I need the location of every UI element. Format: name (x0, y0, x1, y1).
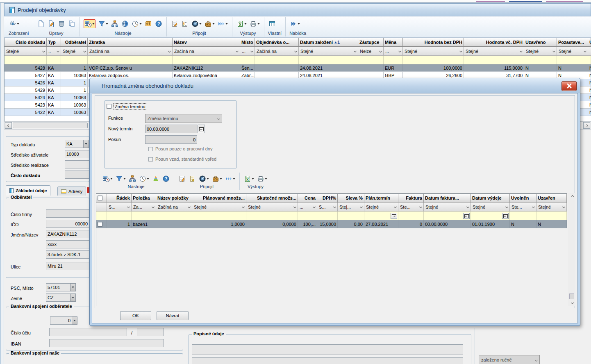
novy-termin-field[interactable]: 00.00.0000 (145, 125, 197, 133)
table-row[interactable]: 5428KA1VOP CZ,s.p. Šenov uZAKAZNIK112Šen… (5, 64, 591, 72)
filter-dropdown[interactable]: Stejné (5, 47, 47, 55)
quickfilter-input[interactable] (524, 56, 557, 64)
quickfilter-input[interactable] (298, 212, 317, 220)
note-edit-button[interactable] (178, 175, 186, 183)
quickfilter-input[interactable] (403, 56, 464, 64)
filter-dropdown[interactable]: S... (107, 202, 132, 211)
posun-field[interactable]: 0 (145, 135, 197, 144)
quickfilter-input[interactable] (47, 56, 61, 64)
column-header[interactable]: Název (173, 38, 240, 46)
filter-dropdown[interactable]: ... (298, 202, 317, 211)
row-checkbox[interactable] (98, 222, 102, 227)
funkce-combo[interactable]: Změna termínu (145, 114, 222, 123)
trash-button[interactable] (57, 20, 66, 28)
zalozeno-combo[interactable]: založeno ručně (479, 355, 540, 364)
quickfilter-input[interactable] (424, 212, 471, 220)
menu-chevrons-button[interactable] (289, 20, 300, 28)
clock-button[interactable] (139, 175, 150, 183)
cislo-firmy-field[interactable] (46, 209, 89, 218)
column-header[interactable]: Plán.termín (364, 194, 398, 202)
quickfilter-input[interactable] (96, 212, 107, 220)
column-header[interactable]: Měna (384, 38, 403, 46)
filter-dropdown[interactable]: Začíná na (156, 202, 192, 211)
sliders-button[interactable] (144, 20, 152, 28)
scroll-left-button[interactable] (5, 122, 12, 129)
filter-dropdown[interactable]: Začíná na (88, 47, 173, 55)
posun-pracovni-checkbox[interactable] (148, 147, 153, 151)
quickfilter-input[interactable] (255, 56, 299, 64)
filter-dropdown[interactable]: Stejné (524, 47, 557, 55)
quickfilter-input[interactable] (398, 212, 424, 220)
column-header[interactable]: Místo (240, 38, 255, 46)
filter-dropdown[interactable]: Stejné (192, 202, 246, 211)
quickfilter-input[interactable] (88, 56, 173, 64)
typ-dokladu-field[interactable]: KA (65, 140, 84, 148)
scroll-button[interactable] (188, 175, 196, 183)
column-header[interactable]: Řádek (107, 194, 132, 202)
jmeno-field-2[interactable]: xxxx (46, 240, 89, 248)
briefcase-button[interactable] (211, 175, 223, 183)
quickfilter-input[interactable] (588, 56, 591, 64)
column-header[interactable]: Faktura (398, 194, 424, 202)
cislo-uctu-field[interactable] (49, 328, 127, 336)
quickfilter-input[interactable] (358, 56, 384, 64)
ulice-field[interactable]: Miru 21 (46, 262, 89, 270)
column-header[interactable]: Uzavřen (536, 194, 567, 202)
page-edit-button[interactable] (47, 20, 55, 28)
printer-button[interactable] (249, 20, 260, 28)
quickfilter-input[interactable] (364, 212, 398, 220)
column-header[interactable]: Uzavřeno (524, 38, 557, 46)
filter-dropdown[interactable]: Začíná na (255, 47, 299, 55)
scrollbar-thumb[interactable] (13, 123, 88, 128)
quickfilter-input[interactable] (173, 56, 240, 64)
page-copy-button[interactable] (68, 20, 76, 28)
column-header[interactable]: Odběratel (61, 38, 88, 46)
quickfilter-input[interactable] (471, 212, 510, 220)
typ-dokladu-spin[interactable] (83, 140, 89, 148)
column-header[interactable]: Zástupce (358, 38, 384, 46)
quickfilter-input[interactable] (384, 56, 403, 64)
funnel-button[interactable] (115, 175, 126, 183)
ok-button[interactable]: OK (120, 311, 151, 320)
filter-dropdown[interactable]: Stejné (299, 47, 358, 55)
quickfilter-input[interactable] (299, 56, 358, 64)
grid-clock-button[interactable] (102, 175, 113, 183)
filter-dropdown[interactable]: Nelze (358, 47, 384, 55)
filter-dropdown[interactable]: ... (384, 47, 403, 55)
filter-dropdown[interactable]: Stejné (557, 47, 588, 55)
column-header[interactable]: Cena (298, 194, 317, 202)
org-chart-button[interactable] (111, 20, 119, 28)
ico-field[interactable]: 00000 (46, 220, 89, 228)
filter-dropdown[interactable]: Stejné (403, 47, 464, 55)
tab-zakladni-udaje[interactable]: Základní údaje (6, 185, 50, 196)
filter-dropdown[interactable]: Stej... (338, 202, 364, 211)
filter-dropdown[interactable]: Za... (132, 202, 156, 211)
filter-dropdown[interactable]: Začíná na (173, 47, 240, 55)
quickfilter-input[interactable] (132, 212, 156, 220)
filter-dropdown[interactable]: .. (47, 47, 61, 55)
column-header[interactable]: Sleva % (338, 194, 364, 202)
quickfilter-input[interactable] (61, 56, 88, 64)
help-button[interactable]: ? (155, 20, 163, 28)
column-header[interactable]: Datum založení1 (299, 38, 358, 46)
column-header[interactable]: Typ (47, 38, 61, 46)
bank-count-field[interactable]: 0 (50, 316, 72, 325)
globe-button[interactable] (121, 20, 129, 28)
posun-vzad-checkbox[interactable] (148, 157, 153, 162)
quickfilter-input[interactable] (5, 56, 47, 64)
vertical-scrollbar[interactable] (568, 193, 575, 306)
return-button[interactable]: Návrat (157, 311, 189, 320)
bank-count-spin[interactable] (72, 316, 77, 325)
clock-button[interactable] (131, 20, 142, 28)
psc-spin[interactable] (70, 283, 76, 291)
quickfilter-input[interactable] (156, 212, 192, 220)
tab-adresy[interactable]: Adresy (57, 187, 86, 196)
quickfilter-input[interactable] (192, 212, 246, 220)
filter-dropdown[interactable]: S... (317, 202, 338, 211)
column-header[interactable]: Plánované množs... (192, 194, 246, 202)
stredisko-realizace-field[interactable] (65, 160, 89, 168)
column-header[interactable]: Název položky (156, 194, 192, 202)
filter-dropdown[interactable]: ... (240, 47, 255, 55)
checklist-button[interactable] (181, 20, 189, 28)
psc-field[interactable]: 57101 (46, 283, 70, 291)
